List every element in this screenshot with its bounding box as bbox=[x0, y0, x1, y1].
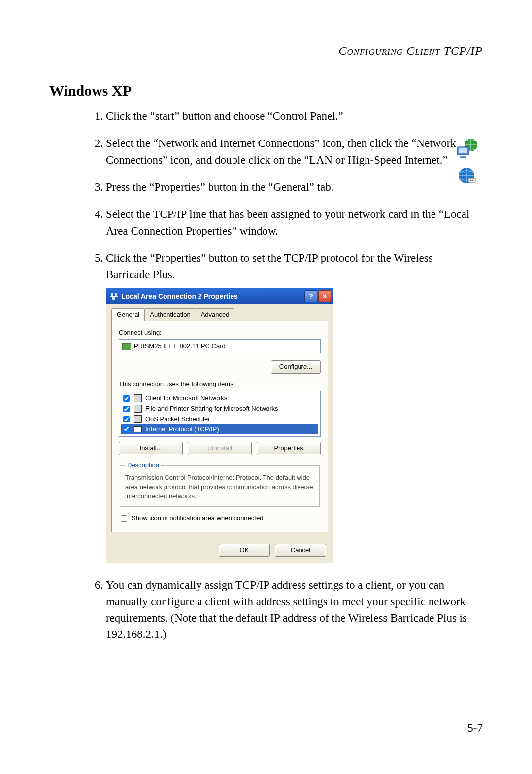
description-legend: Description bbox=[125, 461, 161, 470]
item-qos[interactable]: QoS Packet Scheduler bbox=[121, 414, 318, 424]
item-checkbox[interactable] bbox=[123, 395, 130, 402]
ok-button[interactable]: OK bbox=[219, 544, 270, 557]
service-icon bbox=[133, 415, 142, 423]
svg-rect-8 bbox=[110, 296, 118, 297]
tab-advanced[interactable]: Advanced bbox=[196, 308, 235, 321]
client-icon bbox=[133, 394, 142, 402]
cancel-button[interactable]: Cancel bbox=[275, 544, 326, 557]
adapter-field: PRISM25 IEEE 802.11 PC Card bbox=[119, 339, 321, 353]
svg-point-6 bbox=[470, 180, 471, 181]
service-icon bbox=[133, 405, 142, 413]
side-icons bbox=[453, 137, 488, 190]
item-checkbox[interactable] bbox=[123, 416, 130, 422]
step-2-text: Select the “Network and Internet Connect… bbox=[106, 137, 456, 166]
tab-strip: General Authentication Advanced bbox=[106, 304, 333, 321]
tab-authentication[interactable]: Authentication bbox=[144, 308, 196, 321]
step-5: Click the “Properties” button to set the… bbox=[106, 250, 483, 563]
tab-general[interactable]: General bbox=[111, 308, 145, 321]
item-checkbox[interactable] bbox=[123, 406, 130, 412]
description-group: Description Transmission Control Protoco… bbox=[120, 461, 320, 506]
show-icon-checkbox[interactable] bbox=[121, 515, 127, 522]
page-header: Configuring Client TCP/IP bbox=[49, 44, 483, 58]
svg-point-7 bbox=[472, 180, 473, 181]
close-button[interactable]: × bbox=[318, 290, 331, 302]
dialog-footer: OK Cancel bbox=[106, 538, 333, 563]
description-text: Transmission Control Protocol/Internet P… bbox=[125, 474, 313, 500]
svg-rect-3 bbox=[460, 156, 466, 158]
page-number: 5-7 bbox=[467, 722, 483, 735]
uninstall-button: Uninstall bbox=[188, 442, 252, 455]
properties-button[interactable]: Properties bbox=[257, 442, 321, 455]
step-3: Press the “Properties” button in the “Ge… bbox=[106, 179, 483, 195]
network-connections-icon bbox=[453, 164, 480, 187]
svg-rect-9 bbox=[111, 293, 113, 296]
item-checkbox[interactable] bbox=[123, 426, 130, 432]
nic-icon bbox=[122, 343, 131, 350]
step-4: Select the TCP/IP line that has been ass… bbox=[106, 206, 483, 239]
configure-button[interactable]: Configure... bbox=[271, 360, 321, 374]
adapter-name: PRISM25 IEEE 802.11 PC Card bbox=[134, 342, 226, 351]
section-title: Windows XP bbox=[49, 82, 483, 99]
item-label: QoS Packet Scheduler bbox=[145, 415, 210, 424]
item-file-print-share[interactable]: File and Printer Sharing for Microsoft N… bbox=[121, 404, 318, 414]
show-icon-label: Show icon in notification area when conn… bbox=[132, 514, 263, 523]
properties-dialog: Local Area Connection 2 Properties ? × G… bbox=[106, 288, 333, 563]
step-5-text: Click the “Properties” button to set the… bbox=[106, 252, 433, 281]
items-label: This connection uses the following items… bbox=[119, 380, 321, 389]
svg-rect-2 bbox=[459, 148, 467, 153]
network-and-internet-icon bbox=[453, 137, 480, 161]
svg-rect-10 bbox=[115, 293, 117, 296]
item-label: Client for Microsoft Networks bbox=[145, 394, 227, 403]
dialog-title: Local Area Connection 2 Properties bbox=[121, 291, 238, 301]
install-button[interactable]: Install... bbox=[119, 442, 183, 455]
item-label: Internet Protocol (TCP/IP) bbox=[145, 425, 219, 434]
svg-rect-11 bbox=[112, 297, 115, 300]
step-2: Select the “Network and Internet Connect… bbox=[106, 135, 483, 168]
dialog-icon bbox=[109, 292, 118, 300]
item-tcpip[interactable]: Internet Protocol (TCP/IP) bbox=[121, 424, 318, 435]
steps-list: Click the “start” button and choose “Con… bbox=[49, 108, 483, 643]
item-client-msnet[interactable]: Client for Microsoft Networks bbox=[121, 393, 318, 404]
help-button[interactable]: ? bbox=[304, 290, 317, 302]
connect-using-label: Connect using: bbox=[119, 328, 321, 338]
step-1: Click the “start” button and choose “Con… bbox=[106, 108, 483, 124]
tab-body: Connect using: PRISM25 IEEE 802.11 PC Ca… bbox=[111, 321, 328, 532]
step-6: You can dynamically assign TCP/IP addres… bbox=[106, 577, 483, 642]
dialog-titlebar: Local Area Connection 2 Properties ? × bbox=[106, 288, 333, 304]
item-label: File and Printer Sharing for Microsoft N… bbox=[145, 404, 278, 414]
items-listbox[interactable]: Client for Microsoft Networks File and P… bbox=[119, 391, 321, 437]
protocol-icon bbox=[133, 425, 142, 433]
